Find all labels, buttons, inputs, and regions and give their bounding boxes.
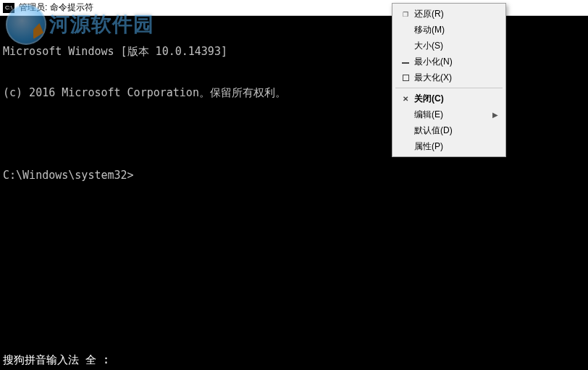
- submenu-arrow-icon: ▶: [492, 111, 498, 119]
- system-menu: 还原(R) 移动(M) 大小(S) 最小化(N) 最大化(X) 关闭(C) 编辑…: [392, 3, 506, 157]
- restore-icon: [397, 10, 414, 18]
- menu-restore[interactable]: 还原(R): [394, 6, 504, 22]
- ms-corp-text: Microsoft Corporation: [62, 86, 199, 99]
- maximize-icon: [397, 75, 414, 81]
- console-prompt: C:\Windows\system32>: [3, 169, 585, 182]
- menu-properties[interactable]: 属性(P): [394, 138, 504, 154]
- menu-close[interactable]: 关闭(C): [394, 91, 504, 106]
- menu-size[interactable]: 大小(S): [394, 38, 504, 54]
- menu-move[interactable]: 移动(M): [394, 22, 504, 38]
- window-title: 管理员: 命令提示符: [19, 1, 93, 14]
- close-icon: [397, 95, 414, 103]
- menu-separator: [395, 88, 503, 88]
- cmd-icon: C:\: [3, 3, 14, 13]
- menu-defaults[interactable]: 默认值(D): [394, 122, 504, 138]
- minimize-icon: [397, 59, 414, 64]
- ime-status: 搜狗拼音输入法 全 :: [3, 353, 109, 367]
- menu-maximize[interactable]: 最大化(X): [394, 70, 504, 85]
- menu-edit[interactable]: 编辑(E) ▶: [394, 106, 504, 122]
- menu-minimize[interactable]: 最小化(N): [394, 54, 504, 70]
